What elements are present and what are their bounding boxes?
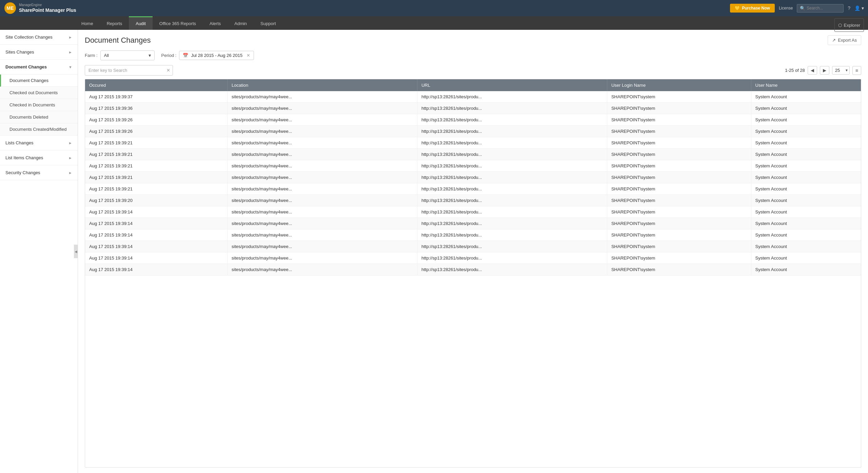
- table-row[interactable]: Aug 17 2015 19:39:37 sites/products/may/…: [85, 91, 861, 103]
- cell-occured: Aug 17 2015 19:39:21: [85, 149, 228, 160]
- nav-item-home[interactable]: Home: [75, 16, 100, 30]
- sidebar-item-document-changes[interactable]: Document Changes ▼: [0, 60, 78, 75]
- table-row[interactable]: Aug 17 2015 19:39:14 sites/products/may/…: [85, 264, 861, 275]
- cell-location: sites/products/may/may4wee...: [228, 114, 417, 126]
- cell-login: SHAREPOINT\system: [607, 241, 751, 252]
- columns-button[interactable]: ≡: [852, 66, 861, 75]
- help-button[interactable]: ?: [848, 5, 850, 11]
- table-row[interactable]: Aug 17 2015 19:39:21 sites/products/may/…: [85, 172, 861, 183]
- nav-item-office365[interactable]: Office 365 Reports: [153, 16, 203, 30]
- cell-occured: Aug 17 2015 19:39:21: [85, 137, 228, 149]
- cell-login: SHAREPOINT\system: [607, 160, 751, 172]
- cell-occured: Aug 17 2015 19:39:14: [85, 252, 228, 264]
- nav-item-alerts[interactable]: Alerts: [203, 16, 228, 30]
- cell-location: sites/products/may/may4wee...: [228, 195, 417, 206]
- cell-occured: Aug 17 2015 19:39:36: [85, 103, 228, 114]
- sidebar-subitem-checked-in-documents[interactable]: Checked in Documents: [0, 99, 78, 111]
- table-row[interactable]: Aug 17 2015 19:39:26 sites/products/may/…: [85, 126, 861, 137]
- table-row[interactable]: Aug 17 2015 19:39:20 sites/products/may/…: [85, 195, 861, 206]
- table-row[interactable]: Aug 17 2015 19:39:21 sites/products/may/…: [85, 149, 861, 160]
- cell-login: SHAREPOINT\system: [607, 172, 751, 183]
- farm-select[interactable]: All Farm 1 Farm 2: [100, 50, 155, 60]
- chevron-down-icon: ▼: [68, 65, 72, 69]
- period-clear-button[interactable]: ✕: [246, 53, 250, 58]
- cell-url: http://sp13:28261/sites/produ...: [417, 137, 607, 149]
- cell-location: sites/products/may/may4wee...: [228, 103, 417, 114]
- period-value: Jul 28 2015 - Aug 26 2015: [191, 53, 242, 58]
- col-header-location[interactable]: Location: [228, 79, 417, 91]
- table-row[interactable]: Aug 17 2015 19:39:21 sites/products/may/…: [85, 137, 861, 149]
- cell-url: http://sp13:28261/sites/produ...: [417, 126, 607, 137]
- cell-location: sites/products/may/may4wee...: [228, 252, 417, 264]
- global-search-box[interactable]: 🔍: [797, 4, 844, 13]
- cell-location: sites/products/may/may4wee...: [228, 206, 417, 218]
- cell-url: http://sp13:28261/sites/produ...: [417, 183, 607, 195]
- table-row[interactable]: Aug 17 2015 19:39:26 sites/products/may/…: [85, 114, 861, 126]
- purchase-button[interactable]: 💛 Purchase Now: [730, 4, 775, 13]
- col-header-user-name[interactable]: User Name: [751, 79, 861, 91]
- cell-login: SHAREPOINT\system: [607, 264, 751, 275]
- col-header-url[interactable]: URL: [417, 79, 607, 91]
- next-page-button[interactable]: ▶: [820, 66, 829, 75]
- nav-item-admin[interactable]: Admin: [228, 16, 254, 30]
- svg-text:ME: ME: [7, 5, 14, 11]
- cell-username: System Account: [751, 137, 861, 149]
- table-row[interactable]: Aug 17 2015 19:39:36 sites/products/may/…: [85, 103, 861, 114]
- sidebar-item-site-collection-changes[interactable]: Site Collection Changes ►: [0, 30, 78, 45]
- cell-username: System Account: [751, 114, 861, 126]
- cell-username: System Account: [751, 183, 861, 195]
- farm-filter-group: Farm : All Farm 1 Farm 2 ▼: [85, 50, 155, 60]
- license-button[interactable]: License: [779, 6, 793, 11]
- cell-username: System Account: [751, 103, 861, 114]
- per-page-select[interactable]: 25 50 100: [832, 66, 850, 75]
- cell-location: sites/products/may/may4wee...: [228, 172, 417, 183]
- prev-page-button[interactable]: ◀: [808, 66, 817, 75]
- sidebar-collapse-handle[interactable]: ◀: [74, 245, 78, 258]
- global-search-input[interactable]: [807, 6, 841, 11]
- cell-url: http://sp13:28261/sites/produ...: [417, 91, 607, 103]
- cell-url: http://sp13:28261/sites/produ...: [417, 264, 607, 275]
- table-row[interactable]: Aug 17 2015 19:39:21 sites/products/may/…: [85, 160, 861, 172]
- sidebar-subitem-document-changes[interactable]: Document Changes: [0, 75, 78, 87]
- export-as-button[interactable]: ↗ Export As: [828, 35, 861, 45]
- cell-login: SHAREPOINT\system: [607, 183, 751, 195]
- cell-login: SHAREPOINT\system: [607, 252, 751, 264]
- sidebar-item-lists-changes[interactable]: Lists Changes ►: [0, 136, 78, 150]
- sidebar-item-list-items-changes[interactable]: List Items Changes ►: [0, 150, 78, 165]
- logo-main-text: SharePoint Manager Plus: [19, 7, 76, 13]
- sidebar-subitem-checked-out-documents[interactable]: Checked out Documents: [0, 87, 78, 99]
- nav-item-reports[interactable]: Reports: [100, 16, 129, 30]
- sidebar-subitem-documents-created-modified[interactable]: Documents Created/Modified: [0, 123, 78, 136]
- user-menu-button[interactable]: 👤 ▾: [854, 5, 864, 11]
- period-picker[interactable]: 📅 Jul 28 2015 - Aug 26 2015 ✕: [179, 51, 254, 60]
- col-header-user-login-name[interactable]: User Login Name: [607, 79, 751, 91]
- cell-username: System Account: [751, 91, 861, 103]
- cell-url: http://sp13:28261/sites/produ...: [417, 195, 607, 206]
- col-header-occured[interactable]: Occured: [85, 79, 228, 91]
- cell-login: SHAREPOINT\system: [607, 206, 751, 218]
- nav-item-support[interactable]: Support: [254, 16, 283, 30]
- cell-location: sites/products/may/may4wee...: [228, 137, 417, 149]
- logo-top-text: ManageEngine: [19, 3, 76, 7]
- cell-location: sites/products/may/may4wee...: [228, 218, 417, 229]
- cell-login: SHAREPOINT\system: [607, 195, 751, 206]
- explorer-button[interactable]: ⬡ Explorer: [834, 18, 864, 32]
- sidebar-item-security-changes[interactable]: Security Changes ►: [0, 165, 78, 180]
- nav-item-audit[interactable]: Audit: [129, 16, 153, 30]
- sidebar-item-sites-changes[interactable]: Sites Changes ►: [0, 45, 78, 60]
- table-search-input[interactable]: [85, 65, 173, 76]
- table-row[interactable]: Aug 17 2015 19:39:14 sites/products/may/…: [85, 241, 861, 252]
- cell-occured: Aug 17 2015 19:39:26: [85, 114, 228, 126]
- table-row[interactable]: Aug 17 2015 19:39:14 sites/products/may/…: [85, 252, 861, 264]
- table-row[interactable]: Aug 17 2015 19:39:14 sites/products/may/…: [85, 229, 861, 241]
- cell-url: http://sp13:28261/sites/produ...: [417, 229, 607, 241]
- cell-occured: Aug 17 2015 19:39:14: [85, 206, 228, 218]
- data-table: Occured Location URL User Login Name Use…: [85, 79, 861, 275]
- table-row[interactable]: Aug 17 2015 19:39:14 sites/products/may/…: [85, 206, 861, 218]
- table-row[interactable]: Aug 17 2015 19:39:14 sites/products/may/…: [85, 218, 861, 229]
- sidebar-subitem-documents-deleted[interactable]: Documents Deleted: [0, 111, 78, 123]
- search-clear-icon[interactable]: ✕: [166, 68, 170, 73]
- table-row[interactable]: Aug 17 2015 19:39:21 sites/products/may/…: [85, 183, 861, 195]
- period-label: Period :: [161, 53, 177, 58]
- cell-location: sites/products/may/may4wee...: [228, 149, 417, 160]
